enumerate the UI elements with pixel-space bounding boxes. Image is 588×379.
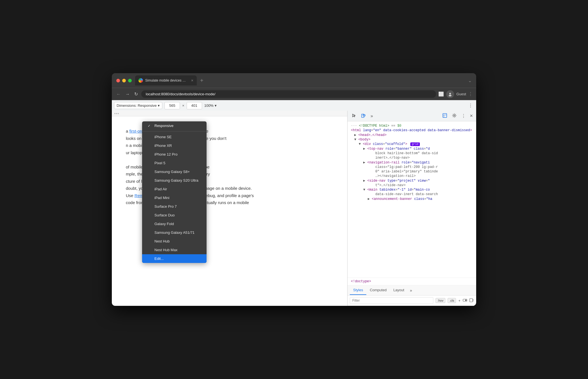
dropdown-item-samsung-s20[interactable]: Samsung Galaxy S20 Ultra bbox=[142, 176, 207, 185]
viewport-area: ●●● ✓ Responsive iPhone SE iPhone XR bbox=[112, 111, 347, 306]
dropdown-item-ipad-mini[interactable]: iPad Mini bbox=[142, 193, 207, 202]
doctype-bottom-line: <!doctype> bbox=[348, 278, 476, 285]
code-navrail-end: …></navigation-rail> bbox=[350, 174, 474, 178]
dropdown-samsung-s20-label: Samsung Galaxy S20 Ultra bbox=[154, 178, 198, 182]
profile-avatar[interactable] bbox=[446, 90, 454, 98]
dropdown-responsive-label: Responsive bbox=[154, 124, 173, 128]
dropdown-item-responsive[interactable]: ✓ Responsive bbox=[142, 121, 207, 130]
tab-close-button[interactable]: × bbox=[191, 78, 193, 83]
code-navrail-cont1: class="lg:pad-left-200 lg:pad-r bbox=[350, 165, 474, 169]
svg-point-7 bbox=[454, 115, 455, 116]
dimensions-label: Dimensions: Responsive bbox=[117, 103, 157, 108]
tab-layout[interactable]: Layout bbox=[390, 286, 408, 295]
elements-panel-icon[interactable] bbox=[441, 112, 449, 120]
more-options-devtools-icon[interactable]: ⋮ bbox=[460, 112, 467, 120]
dropdown-galaxy-fold-label: Galaxy Fold bbox=[154, 222, 174, 226]
width-input[interactable] bbox=[165, 102, 180, 109]
dropdown-samsung-s8-label: Samsung Galaxy S8+ bbox=[154, 170, 190, 174]
dropdown-item-ipad-air[interactable]: iPad Air bbox=[142, 185, 207, 193]
tab-styles[interactable]: Styles bbox=[350, 286, 366, 295]
zoom-label: 100% bbox=[204, 103, 214, 108]
dropdown-ipad-mini-label: iPad Mini bbox=[154, 196, 169, 200]
chrome-favicon-icon bbox=[138, 78, 143, 83]
dropdown-item-iphone-se[interactable]: iPhone SE bbox=[142, 133, 207, 141]
settings-icon[interactable] bbox=[450, 112, 459, 120]
device-toolbar-icon[interactable] bbox=[359, 112, 368, 120]
doctype-text: <!doctype> bbox=[351, 279, 371, 283]
dropdown-item-samsung-s8[interactable]: Samsung Galaxy S8+ bbox=[142, 167, 207, 176]
code-topnav-cont: block hairline-bottom" data-sid bbox=[350, 151, 474, 156]
dropdown-item-galaxy-fold[interactable]: Galaxy Fold bbox=[142, 219, 207, 228]
dropdown-item-nest-hub-max[interactable]: Nest Hub Max bbox=[142, 246, 207, 254]
tab-more-button[interactable]: » bbox=[408, 287, 414, 294]
devtools-panel: » ⋮ × bbox=[347, 111, 476, 306]
svg-point-0 bbox=[449, 93, 451, 94]
dropdown-item-iphone-12-pro[interactable]: iPhone 12 Pro bbox=[142, 150, 207, 159]
active-tab[interactable]: Simulate mobile devices with D × bbox=[135, 75, 197, 85]
minimize-traffic-light[interactable] bbox=[122, 79, 126, 82]
devtools-toolbar: Dimensions: Responsive ▾ × 100% ▾ ⋮ bbox=[112, 100, 476, 111]
svg-point-9 bbox=[465, 299, 467, 301]
dropdown-samsung-a51-label: Samsung Galaxy A51/71 bbox=[154, 230, 195, 235]
toggle-style-icon[interactable] bbox=[463, 298, 467, 303]
code-sidenav-end: t">…</side-nav> bbox=[350, 183, 474, 188]
dimensions-dropdown[interactable]: Dimensions: Responsive ▾ bbox=[114, 102, 162, 109]
code-body-line: ▼ <body> bbox=[350, 137, 474, 142]
dropdown-item-iphone-xr[interactable]: iPhone XR bbox=[142, 141, 207, 150]
code-topnav-line: ▶ <top-nav role="banner" class="d bbox=[350, 146, 474, 151]
more-options-icon[interactable]: ⋮ bbox=[467, 102, 474, 109]
html-code-area[interactable]: ··· <!DOCTYPE html> == $0 <html lang="en… bbox=[348, 121, 476, 278]
svg-point-1 bbox=[449, 95, 452, 96]
maximize-traffic-light[interactable] bbox=[128, 79, 132, 82]
code-doctype-line: ··· <!DOCTYPE html> == $0 bbox=[350, 124, 474, 128]
tab-computed[interactable]: Computed bbox=[366, 286, 390, 295]
dropdown-arrow-icon: ▾ bbox=[158, 103, 160, 108]
dropdown-divider bbox=[142, 131, 207, 131]
window-toggle-icon[interactable]: ⬜ bbox=[438, 91, 444, 97]
dropdown-item-surface-pro[interactable]: Surface Pro 7 bbox=[142, 202, 207, 211]
checkmark-icon: ✓ bbox=[148, 124, 152, 128]
dropdown-item-edit[interactable]: Edit... bbox=[142, 254, 207, 263]
dropdown-nest-hub-label: Nest Hub bbox=[154, 239, 170, 243]
add-style-rule-icon[interactable]: + bbox=[458, 299, 460, 303]
code-topnav-end: inert>…</top-nav> bbox=[350, 156, 474, 160]
dropdown-pixel-5-label: Pixel 5 bbox=[154, 161, 165, 165]
address-input[interactable] bbox=[141, 90, 436, 98]
new-tab-button[interactable]: + bbox=[198, 76, 206, 85]
grid-badge: grid bbox=[410, 142, 420, 146]
code-html-line: <html lang="en" data-cookies-accepted da… bbox=[350, 128, 474, 133]
tab-menu-button[interactable]: ⌄ bbox=[468, 78, 472, 83]
dropdown-iphone-xr-label: iPhone XR bbox=[154, 144, 172, 148]
height-input[interactable] bbox=[187, 102, 202, 109]
refresh-button[interactable]: ↻ bbox=[133, 90, 139, 98]
pseudo-cls-button[interactable]: .cls bbox=[448, 298, 456, 303]
browser-menu-icon[interactable]: ⋮ bbox=[468, 91, 473, 97]
new-style-rule-icon[interactable] bbox=[469, 298, 474, 303]
browser-actions: ⬜ Guest ⋮ bbox=[438, 90, 473, 98]
close-traffic-light[interactable] bbox=[116, 79, 120, 82]
dropdown-nest-hub-max-label: Nest Hub Max bbox=[154, 248, 177, 252]
code-scaffold-line: ▼ <div class="scaffold"> grid bbox=[350, 142, 474, 146]
back-button[interactable]: ← bbox=[115, 91, 122, 98]
dropdown-edit-label: Edit... bbox=[154, 256, 164, 261]
guest-label: Guest bbox=[456, 92, 466, 96]
more-tools-icon[interactable]: » bbox=[369, 112, 375, 120]
close-devtools-button[interactable]: × bbox=[469, 112, 474, 120]
tab-title: Simulate mobile devices with D bbox=[145, 78, 188, 82]
filter-input[interactable] bbox=[350, 297, 433, 304]
main-area: ●●● ✓ Responsive iPhone SE iPhone XR bbox=[112, 111, 476, 306]
forward-button[interactable]: → bbox=[124, 91, 131, 98]
content-text-1: a bbox=[126, 129, 129, 133]
dropdown-item-nest-hub[interactable]: Nest Hub bbox=[142, 237, 207, 246]
dimension-separator: × bbox=[182, 103, 184, 108]
dropdown-item-samsung-a51[interactable]: Samsung Galaxy A51/71 bbox=[142, 228, 207, 237]
dropdown-item-surface-duo[interactable]: Surface Duo bbox=[142, 211, 207, 219]
zoom-dropdown[interactable]: 100% ▾ bbox=[204, 103, 217, 108]
code-sidenav-line: ▶ <side-nav type="project" view=" bbox=[350, 178, 474, 183]
code-main-cont: data-side-nav-inert data-search bbox=[350, 192, 474, 197]
dropdown-surface-duo-label: Surface Duo bbox=[154, 213, 175, 217]
pseudo-hov-button[interactable]: :hov bbox=[436, 298, 445, 303]
code-navrail-line: ▶ <navigation-rail role="navigati bbox=[350, 160, 474, 165]
dropdown-item-pixel-5[interactable]: Pixel 5 bbox=[142, 159, 207, 167]
inspect-element-icon[interactable] bbox=[350, 112, 358, 120]
